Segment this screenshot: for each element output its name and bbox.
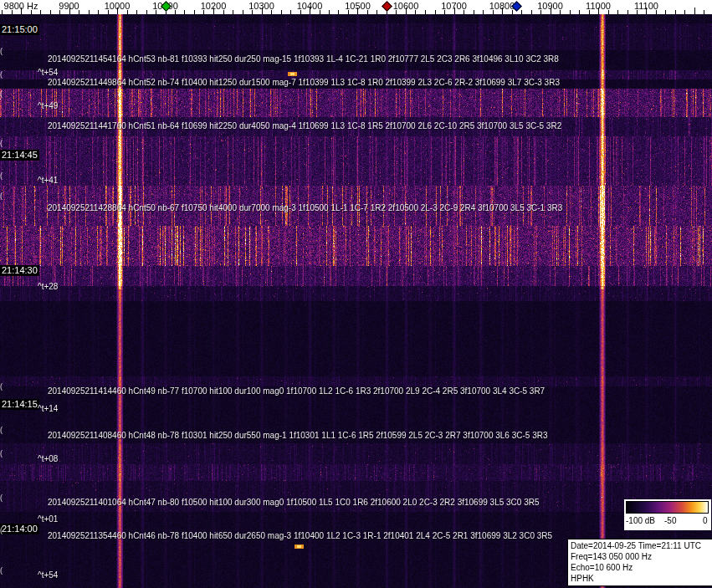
info-date-line: Date=2014-09-25 Time=21:11 UTC	[571, 540, 711, 551]
detection-line: 20140925211454164 hCnt53 nb-81 f10393 hi…	[48, 54, 559, 64]
edge-tick-icon: (	[0, 527, 3, 534]
color-scale-gradient	[626, 501, 709, 514]
edge-tick-icon: (	[0, 383, 3, 390]
freq-tick-label: 10300	[248, 1, 274, 11]
legend-max-label: 0	[703, 516, 708, 525]
detection-line: 20140925211449864 hCnt52 nb-74 f10400 hi…	[48, 78, 560, 87]
freq-tick-label: 10000	[105, 1, 131, 11]
detection-line: 20140925211441760 hCnt51 nb-64 f10699 hi…	[48, 121, 561, 130]
edge-tick-icon: (	[0, 140, 3, 146]
freq-tick-label: 10900	[537, 1, 563, 11]
time-offset-label: ^t+49	[38, 101, 58, 110]
time-offset-label: ^t+54	[38, 68, 58, 77]
freq-tick-label: 10500	[345, 1, 371, 11]
time-offset-label: ^t+41	[38, 176, 58, 185]
legend-mid-label: -50	[664, 516, 676, 525]
detection-line: 20140925211414460 hCnt49 nb-77 f10700 hi…	[48, 386, 545, 396]
time-offset-label: ^t+01	[38, 514, 58, 524]
edge-tick-icon: (	[0, 192, 3, 199]
color-scale-legend: -100 dB -50 0	[624, 499, 711, 530]
edge-tick-icon: (	[0, 450, 3, 457]
edge-tick-icon: (	[0, 494, 3, 501]
edge-tick-icon: (	[0, 567, 3, 574]
time-offset-label: ^t+08	[38, 454, 58, 463]
time-offset-label: ^t+14	[38, 404, 58, 413]
legend-min-label: -100 dB	[626, 516, 655, 525]
freq-tick-label: 11100	[634, 1, 658, 11]
freq-tick-label: 9900	[59, 1, 79, 11]
freq-tick-label: 10400	[297, 1, 323, 11]
time-tick-label: 21:15:00	[0, 24, 39, 35]
detection-line: 20140925211354460 hCnt46 nb-78 f10400 hi…	[48, 531, 552, 540]
detection-line: 20140925211408460 hCnt48 nb-78 f10301 hi…	[48, 431, 548, 440]
info-freq-line: Freq=143 050 000 Hz	[571, 551, 711, 562]
spectrogram-app: 9800 Hz990010000101001020010300104001050…	[0, 0, 712, 588]
freq-tick-label: 10700	[441, 1, 467, 11]
time-tick-label: 21:14:15	[0, 399, 39, 410]
edge-tick-icon: (	[0, 48, 3, 54]
info-station-line: HPHK	[571, 573, 711, 584]
time-tick-label: 21:14:30	[0, 265, 39, 276]
freq-tick-label: 10600	[393, 1, 419, 11]
edge-tick-icon: (	[0, 172, 3, 179]
info-echo-line: Echo=10 600 Hz	[571, 562, 711, 573]
info-box: Date=2014-09-25 Time=21:11 UTC Freq=143 …	[567, 539, 712, 586]
freq-tick-label: 9800 Hz	[4, 1, 38, 11]
edge-tick-icon: (	[0, 427, 3, 433]
time-offset-label: ^t+28	[38, 282, 58, 291]
time-tick-label: 21:14:45	[0, 150, 39, 161]
freq-tick-label: 10200	[201, 1, 227, 11]
time-tick-label: 21:14:00	[0, 524, 39, 534]
time-offset-label: ^t+54	[38, 570, 58, 580]
detection-line: 20140925211428864 hCnt50 nb-67 f10750 hi…	[48, 203, 562, 212]
freq-tick-label: 11000	[586, 1, 611, 11]
edge-tick-icon: (	[0, 90, 3, 97]
edge-tick-icon: (	[0, 71, 3, 78]
detection-line: 20140925211401064 hCnt47 nb-80 f10500 hi…	[48, 498, 540, 507]
